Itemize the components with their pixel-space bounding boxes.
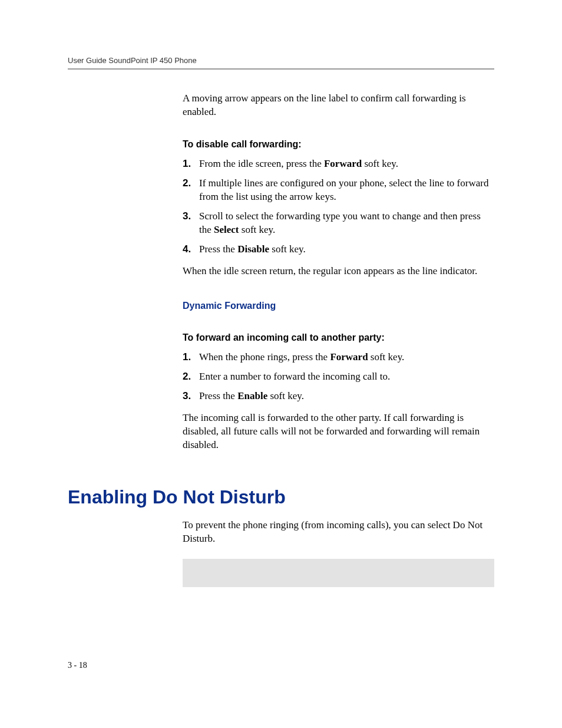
list-item: Press the Enable soft key. [183, 390, 494, 403]
list-item: From the idle screen, press the Forward … [183, 157, 494, 171]
section-title-dnd: Enabling Do Not Disturb [68, 486, 494, 508]
list-item: Enter a number to forward the incoming c… [183, 370, 494, 384]
list-item: When the phone rings, press the Forward … [183, 351, 494, 364]
header-rule [68, 68, 494, 70]
note-box [183, 559, 494, 587]
page-number: 3 - 18 [68, 661, 87, 670]
dnd-intro-paragraph: To prevent the phone ringing (from incom… [183, 519, 494, 546]
list-item: If multiple lines are configured on your… [183, 177, 494, 204]
running-header: User Guide SoundPoint IP 450 Phone [68, 56, 494, 65]
list-item: Scroll to select the forwarding type you… [183, 210, 494, 237]
body-content: A moving arrow appears on the line label… [183, 92, 494, 452]
intro-paragraph: A moving arrow appears on the line label… [183, 92, 494, 119]
list-item: Press the Disable soft key. [183, 243, 494, 256]
disable-steps: From the idle screen, press the Forward … [183, 157, 494, 256]
dnd-content: To prevent the phone ringing (from incom… [183, 519, 494, 587]
forward-incoming-steps: When the phone rings, press the Forward … [183, 351, 494, 403]
forward-incoming-heading: To forward an incoming call to another p… [183, 331, 494, 344]
dynamic-forwarding-heading: Dynamic Forwarding [183, 299, 494, 312]
disable-heading: To disable call forwarding: [183, 138, 494, 151]
forward-incoming-after-paragraph: The incoming call is forwarded to the ot… [183, 411, 494, 452]
disable-after-paragraph: When the idle screen return, the regular… [183, 265, 494, 278]
